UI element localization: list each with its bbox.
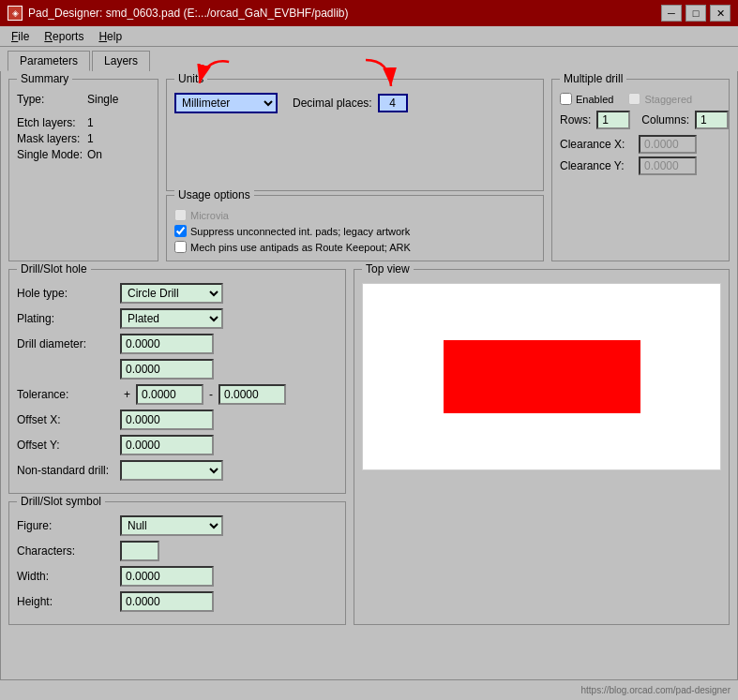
main-content: Summary Type: Single Etch layers: 1 Mask… <box>0 71 738 698</box>
clearance-y-input[interactable]: 0.0000 <box>639 156 697 175</box>
width-label: Width: <box>17 570 120 583</box>
units-group: Units <box>166 79 544 191</box>
columns-input[interactable]: 1 <box>695 111 729 129</box>
window-title: Pad_Designer: smd_0603.pad (E:.../orcad_… <box>28 7 349 20</box>
width-input[interactable] <box>120 566 214 587</box>
type-label: Type: <box>17 93 87 106</box>
title-bar: ◈ Pad_Designer: smd_0603.pad (E:.../orca… <box>0 0 738 26</box>
drill-diam-input[interactable] <box>120 334 214 354</box>
figure-label: Figure: <box>17 519 120 532</box>
menu-file[interactable]: File <box>4 28 37 45</box>
suppress-label: Suppress unconnected int. pads; legacy a… <box>190 226 410 237</box>
mech-checkbox[interactable] <box>174 241 187 253</box>
summary-label: Summary <box>17 72 72 85</box>
type-value: Single <box>87 93 118 106</box>
decimal-arrow <box>361 58 399 98</box>
top-view-label: Top view <box>362 262 414 276</box>
etch-value: 1 <box>87 116 94 129</box>
single-mode-value: On <box>87 148 102 161</box>
menu-reports[interactable]: Reports <box>37 28 91 45</box>
microvia-checkbox[interactable] <box>174 209 187 221</box>
restore-button[interactable]: □ <box>685 5 706 22</box>
suppress-checkbox[interactable] <box>174 225 187 237</box>
tolerance-neg-input[interactable] <box>218 384 286 405</box>
close-button[interactable]: ✕ <box>710 5 730 22</box>
drill-slot-hole-group: Drill/Slot hole Hole type: Circle Drill … <box>8 269 346 494</box>
tab-layers[interactable]: Layers <box>92 51 150 71</box>
height-input[interactable] <box>120 591 214 612</box>
top-view-area <box>362 283 721 470</box>
rows-label: Rows: <box>560 113 591 127</box>
height-label: Height: <box>17 595 120 608</box>
drill-slot-symbol-group: Drill/Slot symbol Figure: Null Circle Sq… <box>8 501 346 625</box>
offset-x-label: Offset X: <box>17 413 120 426</box>
plating-select[interactable]: Plated Non-Plated <box>120 308 223 329</box>
tolerance-label: Tolerance: <box>17 388 120 401</box>
drill-slot-symbol-label: Drill/Slot symbol <box>17 495 105 508</box>
offset-y-label: Offset Y: <box>17 439 120 452</box>
microvia-label: Microvia <box>190 210 229 221</box>
etch-label: Etch layers: <box>17 116 87 129</box>
rows-input[interactable]: 1 <box>596 111 630 129</box>
menu-help[interactable]: Help <box>91 28 129 45</box>
minimize-button[interactable]: ─ <box>661 5 682 22</box>
clearance-x-input[interactable]: 0.0000 <box>639 135 697 154</box>
usage-options-label: Usage options <box>174 188 254 201</box>
non-std-select[interactable] <box>120 460 223 481</box>
hole-type-label: Hole type: <box>17 287 120 300</box>
enabled-checkbox[interactable] <box>560 93 572 105</box>
top-view-group: Top view <box>354 269 730 625</box>
chars-label: Characters: <box>17 544 120 558</box>
multiple-drill-label: Multiple drill <box>560 72 626 85</box>
offset-x-input[interactable] <box>120 410 214 430</box>
offset-y-input[interactable] <box>120 435 214 455</box>
staggered-label: Staggered <box>644 94 692 105</box>
hole-type-select[interactable]: Circle Drill Square Oblong <box>120 283 223 304</box>
tolerance-plus: + <box>124 388 130 401</box>
multiple-drill-group: Multiple drill Enabled Staggered Rows: 1… <box>551 79 730 261</box>
chars-input[interactable] <box>120 541 159 561</box>
mask-label: Mask layers: <box>17 132 87 145</box>
app-icon: ◈ <box>8 6 23 21</box>
single-mode-label: Single Mode: <box>17 148 87 161</box>
enabled-label: Enabled <box>576 94 613 105</box>
tab-parameters[interactable]: Parameters <box>8 51 90 71</box>
drill-diam-label: Drill diameter: <box>17 337 120 350</box>
top-section: Summary Type: Single Etch layers: 1 Mask… <box>8 79 730 261</box>
drill-slot-hole-label: Drill/Slot hole <box>17 262 91 276</box>
decimal-places-label: Decimal places: <box>293 97 372 110</box>
units-arrow <box>190 54 234 100</box>
figure-select[interactable]: Null Circle Square Diamond <box>120 515 223 536</box>
units-usage-column: Units <box>166 79 544 261</box>
status-text: https://blog.orcad.com/pad-designer <box>580 685 730 695</box>
staggered-checkbox[interactable] <box>628 93 640 105</box>
summary-group: Summary Type: Single Etch layers: 1 Mask… <box>8 79 158 261</box>
clearance-x-label: Clearance X: <box>560 138 635 151</box>
mech-label: Mech pins use antipads as Route Keepout;… <box>190 242 411 253</box>
pad-preview <box>444 340 640 413</box>
mask-value: 1 <box>87 132 94 145</box>
non-std-label: Non-standard drill: <box>17 464 120 477</box>
menu-bar: File Reports Help <box>0 26 738 47</box>
tolerance-pos-input[interactable] <box>136 384 203 405</box>
left-drill-column: Drill/Slot hole Hole type: Circle Drill … <box>8 269 346 625</box>
clearance-y-label: Clearance Y: <box>560 159 635 172</box>
drill-diam2-input[interactable] <box>120 359 214 380</box>
bottom-section: Drill/Slot hole Hole type: Circle Drill … <box>8 269 730 625</box>
usage-options-group: Usage options Microvia Suppress unconnec… <box>166 195 544 261</box>
status-bar: https://blog.orcad.com/pad-designer <box>0 679 738 700</box>
tolerance-dash: - <box>209 388 213 401</box>
plating-label: Plating: <box>17 312 120 325</box>
columns-label: Columns: <box>641 113 689 127</box>
